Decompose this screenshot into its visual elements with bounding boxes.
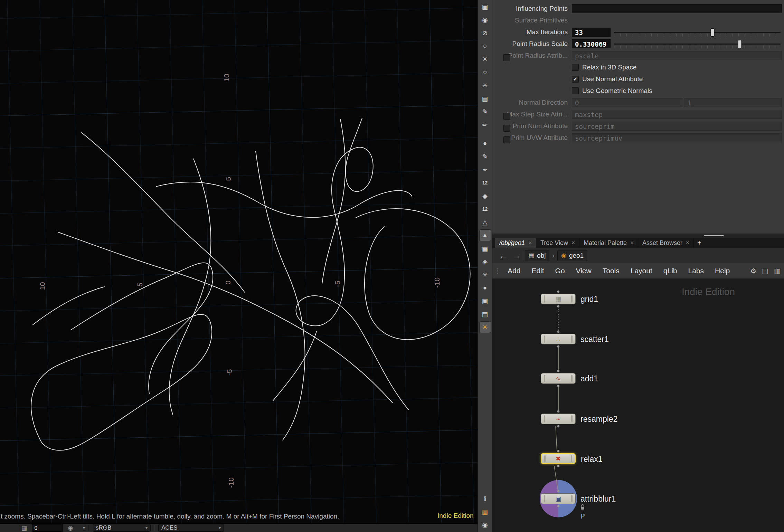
value-max-iterations[interactable]: 33 bbox=[572, 28, 611, 37]
frame-12-alt-icon[interactable]: 12 bbox=[479, 203, 491, 215]
menu-help[interactable]: Help bbox=[709, 263, 735, 279]
snap-magnet-icon[interactable]: ◉ bbox=[479, 14, 491, 26]
display-colorspace-select[interactable]: sRGB ▾ bbox=[93, 524, 151, 532]
lamp-icon[interactable]: ☀ bbox=[479, 321, 491, 333]
menu-tools[interactable]: Tools bbox=[597, 263, 625, 279]
disc-icon[interactable]: ● bbox=[479, 282, 491, 294]
headlight-icon[interactable]: ☀ bbox=[479, 53, 491, 65]
node-output-connector[interactable] bbox=[557, 305, 559, 307]
view-image-icon[interactable]: ▲ bbox=[479, 229, 491, 241]
menu-layout[interactable]: Layout bbox=[625, 263, 658, 279]
secure-selection-icon[interactable]: ▣ bbox=[479, 1, 491, 12]
tab-close-icon[interactable]: × bbox=[572, 239, 575, 246]
list-view-icon[interactable]: ▤ bbox=[762, 267, 768, 275]
checkbox-max-step-size-attrib[interactable] bbox=[503, 113, 510, 120]
brush-icon[interactable]: ✎ bbox=[479, 106, 491, 117]
value-point-radius-scale[interactable]: 0.330069 bbox=[572, 39, 611, 48]
field-normal-direction-1[interactable]: 1 bbox=[684, 98, 782, 107]
field-influencing-points[interactable] bbox=[572, 4, 782, 13]
menu-grip-icon[interactable]: ⋮ bbox=[492, 267, 502, 275]
breadcrumb-obj[interactable]: ▦obj bbox=[525, 250, 549, 261]
stamp-icon[interactable]: ◆ bbox=[479, 190, 491, 202]
tab-asset-browser[interactable]: Asset Browser× bbox=[638, 238, 694, 248]
new-tab-button[interactable]: + bbox=[694, 238, 705, 248]
node-output-connector[interactable] bbox=[557, 465, 559, 467]
layout-grid-icon[interactable]: ▦ bbox=[479, 506, 491, 517]
menu-qlib[interactable]: qLib bbox=[658, 263, 683, 279]
scatter-tool-icon[interactable]: ✳ bbox=[479, 269, 491, 281]
character-tool-icon[interactable]: ✳ bbox=[479, 79, 491, 91]
menu-add[interactable]: Add bbox=[502, 263, 526, 279]
menu-view[interactable]: View bbox=[570, 263, 597, 279]
info-icon[interactable]: ℹ bbox=[479, 493, 491, 504]
material-icon[interactable]: ◈ bbox=[479, 256, 491, 267]
checkbox-relax-in-3d-space[interactable] bbox=[572, 64, 579, 71]
tab--obj-geo1[interactable]: /obj/geo1× bbox=[495, 238, 536, 248]
light-icon[interactable]: ☼ bbox=[479, 66, 491, 78]
tab-close-icon[interactable]: × bbox=[528, 239, 532, 246]
flipbook-icon[interactable]: ▦ bbox=[20, 524, 28, 532]
field-point-radius-attrib[interactable]: pscale bbox=[572, 51, 782, 60]
thumbnail-icon[interactable]: ▤ bbox=[479, 308, 491, 320]
tab-material-palette[interactable]: Material Palette× bbox=[579, 238, 638, 248]
slider-handle-max-iterations[interactable] bbox=[711, 28, 715, 37]
node-output-connector[interactable] bbox=[557, 505, 559, 507]
customize-tools-icon[interactable]: ⚙ bbox=[750, 267, 756, 275]
node-input-connector[interactable] bbox=[557, 450, 559, 452]
node-wire[interactable] bbox=[556, 426, 557, 451]
tab-close-icon[interactable]: × bbox=[686, 239, 689, 246]
orbit-icon[interactable]: ○ bbox=[479, 40, 491, 52]
pane-scrollbar[interactable] bbox=[704, 235, 724, 236]
node-output-connector[interactable] bbox=[557, 345, 559, 348]
detail-view-icon[interactable]: ▥ bbox=[774, 267, 781, 275]
image-plane-icon[interactable]: ▦ bbox=[479, 243, 491, 254]
node-input-connector[interactable] bbox=[557, 490, 559, 492]
node-attribblur1[interactable]: ▣attribblur1 bbox=[541, 493, 576, 504]
back-arrow-icon[interactable]: ← bbox=[499, 251, 508, 260]
view-transform-select[interactable]: ACES ▾ bbox=[158, 524, 224, 532]
ruler-icon[interactable]: △ bbox=[479, 216, 491, 228]
forward-arrow-icon[interactable]: → bbox=[512, 251, 521, 260]
node-resample2[interactable]: ≈resample2 bbox=[541, 414, 576, 424]
node-input-connector[interactable] bbox=[557, 410, 559, 412]
checkbox-point-radius-attrib[interactable] bbox=[503, 54, 510, 61]
frame-field[interactable]: 0 bbox=[32, 524, 63, 532]
node-add1[interactable]: ∿add1 bbox=[541, 373, 576, 384]
grid-cell-icon[interactable]: ▣ bbox=[479, 295, 491, 307]
snap-disabled-icon[interactable]: ⊘ bbox=[479, 27, 491, 39]
field-prim-uvw-attribute[interactable]: sourceprimuv bbox=[572, 133, 782, 142]
node-input-connector[interactable] bbox=[557, 291, 559, 293]
node-scatter1[interactable]: ∴scatter1 bbox=[541, 334, 576, 344]
menu-edit[interactable]: Edit bbox=[526, 263, 549, 279]
checkbox-prim-num-attribute[interactable] bbox=[503, 125, 510, 132]
frame-12-icon[interactable]: 12 bbox=[479, 177, 491, 189]
snapshot-icon[interactable]: ▤ bbox=[479, 93, 491, 104]
network-editor-canvas[interactable]: Indie Edition ▦grid1∴scatter1∿add1≈resam… bbox=[492, 279, 784, 532]
sculpt-icon[interactable]: ✎ bbox=[479, 151, 491, 162]
checkbox-use-geometric-normals[interactable] bbox=[572, 87, 579, 94]
slider-max-iterations[interactable] bbox=[613, 27, 782, 37]
scene-viewport[interactable]: 1050-5-10105-5-10 t zooms. Spacebar-Ctrl… bbox=[0, 0, 478, 523]
node-output-connector[interactable] bbox=[557, 425, 559, 427]
breadcrumb-geo1[interactable]: ◉geo1 bbox=[557, 250, 587, 261]
node-input-connector[interactable] bbox=[557, 370, 559, 372]
field-normal-direction-0[interactable]: 0 bbox=[572, 98, 682, 107]
node-output-connector[interactable] bbox=[557, 385, 559, 387]
slider-point-radius-scale[interactable] bbox=[613, 39, 782, 49]
checkbox-use-normal-attribute[interactable]: ✔ bbox=[572, 76, 579, 83]
checkbox-prim-uvw-attribute[interactable] bbox=[503, 136, 510, 143]
slider-handle-point-radius-scale[interactable] bbox=[738, 40, 742, 48]
pane-divider[interactable] bbox=[492, 234, 784, 238]
field-max-step-size-attrib[interactable]: maxstep bbox=[572, 110, 782, 119]
node-grid1[interactable]: ▦grid1 bbox=[541, 294, 576, 304]
node-relax1[interactable]: ✖relax1 bbox=[541, 453, 576, 464]
snapshot-caret-icon[interactable]: ▾ bbox=[83, 525, 85, 530]
tab-tree-view[interactable]: Tree View× bbox=[536, 238, 579, 248]
camera-icon[interactable]: ◉ bbox=[479, 519, 491, 531]
menu-labs[interactable]: Labs bbox=[683, 263, 710, 279]
ink-pen-icon[interactable]: ✒ bbox=[479, 164, 491, 175]
node-input-connector[interactable] bbox=[557, 331, 559, 333]
tab-close-icon[interactable]: × bbox=[630, 239, 634, 246]
menu-go[interactable]: Go bbox=[550, 263, 570, 279]
pen-icon[interactable]: ✏ bbox=[479, 119, 491, 131]
